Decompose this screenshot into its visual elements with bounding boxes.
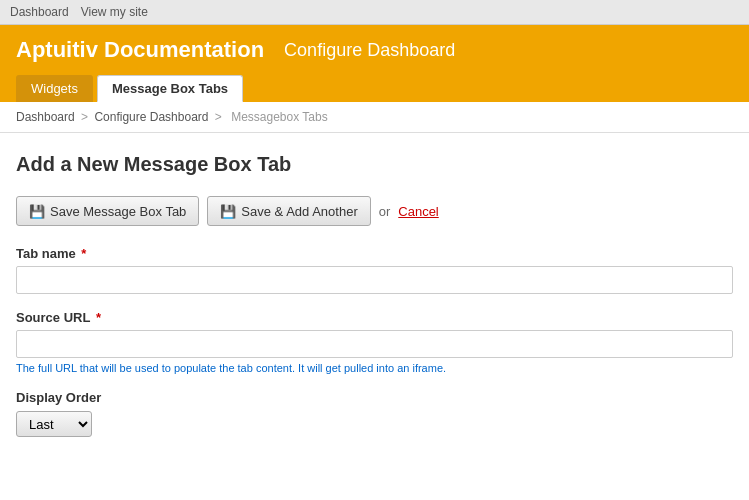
source-url-input[interactable] [16,330,733,358]
top-nav: Dashboard View my site [0,0,749,25]
tabs-bar: Widgets Message Box Tabs [0,75,749,102]
page-title: Add a New Message Box Tab [16,153,733,176]
app-title: Aptuitiv Documentation [16,37,264,63]
save-button-label: Save Message Box Tab [50,204,186,219]
breadcrumb-current: Messagebox Tabs [231,110,328,124]
breadcrumb-sep2: > [215,110,225,124]
save-add-another-button[interactable]: Save & Add Another [207,196,370,226]
source-url-label: Source URL * [16,310,733,325]
display-order-group: Display Order Last First 1 2 3 [16,390,733,437]
display-order-select-wrapper: Last First 1 2 3 [16,411,92,437]
save-icon [29,203,45,219]
breadcrumb: Dashboard > Configure Dashboard > Messag… [0,102,749,133]
save-add-another-label: Save & Add Another [241,204,357,219]
nav-dashboard-link[interactable]: Dashboard [10,5,69,19]
nav-viewmysite-link[interactable]: View my site [81,5,148,19]
source-url-hint: The full URL that will be used to popula… [16,362,733,374]
tab-messageboxtabs[interactable]: Message Box Tabs [97,75,243,102]
page-header-subtitle: Configure Dashboard [284,40,455,61]
source-url-required-star: * [92,310,101,325]
breadcrumb-configure-dashboard[interactable]: Configure Dashboard [94,110,208,124]
breadcrumb-dashboard[interactable]: Dashboard [16,110,75,124]
header: Aptuitiv Documentation Configure Dashboa… [0,25,749,75]
buttons-row: Save Message Box Tab Save & Add Another … [16,196,733,226]
breadcrumb-sep1: > [81,110,91,124]
cancel-link[interactable]: Cancel [398,204,438,219]
tab-name-required-star: * [78,246,87,261]
main-content: Add a New Message Box Tab Save Message B… [0,133,749,500]
tab-name-label: Tab name * [16,246,733,261]
display-order-label: Display Order [16,390,733,405]
or-text: or [379,204,391,219]
display-order-select[interactable]: Last First 1 2 3 [16,411,92,437]
save-button[interactable]: Save Message Box Tab [16,196,199,226]
source-url-group: Source URL * The full URL that will be u… [16,310,733,374]
tab-name-group: Tab name * [16,246,733,294]
save-add-icon [220,203,236,219]
tab-name-input[interactable] [16,266,733,294]
tab-widgets[interactable]: Widgets [16,75,93,102]
